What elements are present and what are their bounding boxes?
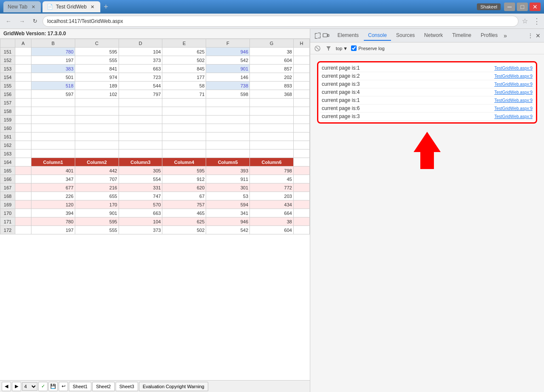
cell-171-col2[interactable]: 595 [75, 217, 119, 226]
cell-152-h[interactable] [293, 56, 309, 65]
cell-167-col1[interactable]: 677 [31, 183, 75, 192]
cell-167-a[interactable] [15, 183, 31, 192]
clear-console-icon[interactable] [314, 45, 321, 52]
cell-170-col2[interactable]: 901 [75, 209, 119, 217]
cell-168-col1[interactable]: 226 [31, 192, 75, 200]
cell-151-a[interactable] [15, 48, 31, 56]
forward-button[interactable]: → [17, 16, 27, 26]
cell-167-col2[interactable]: 216 [75, 183, 119, 192]
cell-170-a[interactable] [15, 209, 31, 217]
cell-167-col4[interactable]: 620 [162, 183, 206, 192]
maximize-button[interactable]: □ [517, 3, 528, 11]
cell-171-a[interactable] [15, 217, 31, 226]
cell-168-col2[interactable]: 655 [75, 192, 119, 200]
cell-167-col3[interactable]: 331 [119, 183, 162, 192]
devtools-settings-icon[interactable]: ⋮ [528, 33, 533, 39]
console-link-7[interactable]: TestGridWeb.aspx:9 [494, 114, 533, 119]
cell-172-col6[interactable]: 604 [250, 226, 294, 234]
cell-169-h[interactable] [293, 200, 309, 209]
preserve-log-checkbox[interactable] [351, 45, 357, 51]
cell-166-col3[interactable]: 554 [119, 175, 162, 183]
cell-151-b[interactable]: 780 [31, 48, 75, 56]
cell-164-col2[interactable]: Column2 [75, 158, 119, 166]
filter-icon[interactable] [325, 45, 332, 52]
cell-166-col6[interactable]: 45 [250, 175, 294, 183]
cell-153-a[interactable] [15, 65, 31, 73]
cell-171-col1[interactable]: 780 [31, 217, 75, 226]
new-tab-button[interactable]: + [104, 3, 108, 11]
cell-170-h[interactable] [293, 209, 309, 217]
bookmark-icon[interactable]: ☆ [522, 17, 528, 25]
cell-155-b[interactable]: 518 [31, 82, 75, 90]
cell-153-d[interactable]: 663 [119, 65, 162, 73]
cell-151-d[interactable]: 104 [119, 48, 162, 56]
cell-154-e[interactable]: 177 [162, 73, 206, 82]
cell-165-col1[interactable]: 401 [31, 166, 75, 175]
cell-151-f[interactable]: 946 [206, 48, 250, 56]
cell-152-e[interactable]: 502 [162, 56, 206, 65]
cell-170-col1[interactable]: 394 [31, 209, 75, 217]
tab-close-gridweb[interactable]: ✕ [89, 3, 96, 10]
cell-156-e[interactable]: 71 [162, 90, 206, 99]
tab-console[interactable]: Console [364, 31, 391, 41]
cell-168-h[interactable] [293, 192, 309, 200]
tab-sources[interactable]: Sources [392, 31, 419, 41]
cell-164-col3[interactable]: Column3 [119, 158, 162, 166]
cell-165-col5[interactable]: 393 [206, 166, 250, 175]
page-select[interactable]: 4 1 2 3 5 [22, 382, 37, 391]
save-icon-button[interactable]: 💾 [48, 382, 58, 391]
prev-page-button[interactable]: ◀ [2, 382, 11, 391]
cell-151-g[interactable]: 38 [250, 48, 294, 56]
console-link-1[interactable]: TestGridWeb.aspx:9 [494, 66, 533, 71]
sheet1-tab[interactable]: Sheet1 [69, 382, 91, 391]
cell-170-col3[interactable]: 663 [119, 209, 162, 217]
url-bar[interactable]: localhost:1417/TestGridWeb.aspx [42, 16, 518, 27]
next-page-button[interactable]: ▶ [12, 382, 21, 391]
cell-155-h[interactable] [293, 82, 309, 90]
cell-153-e[interactable]: 845 [162, 65, 206, 73]
cell-152-f[interactable]: 542 [206, 56, 250, 65]
cell-166-col4[interactable]: 912 [162, 175, 206, 183]
cell-168-col3[interactable]: 747 [119, 192, 162, 200]
cell-154-c[interactable]: 974 [75, 73, 119, 82]
cell-153-f[interactable]: 901 [206, 65, 250, 73]
cell-165-a[interactable] [15, 166, 31, 175]
more-tabs-icon[interactable]: » [504, 32, 507, 39]
cell-151-e[interactable]: 625 [162, 48, 206, 56]
cell-154-b[interactable]: 501 [31, 73, 75, 82]
cell-165-col2[interactable]: 442 [75, 166, 119, 175]
cell-169-col5[interactable]: 594 [206, 200, 250, 209]
cell-168-a[interactable] [15, 192, 31, 200]
cell-164-col4[interactable]: Column4 [162, 158, 206, 166]
cell-155-g[interactable]: 893 [250, 82, 294, 90]
cell-169-col3[interactable]: 570 [119, 200, 162, 209]
cell-153-g[interactable]: 857 [250, 65, 294, 73]
cell-164-col6[interactable]: Column6 [250, 158, 294, 166]
cell-166-col2[interactable]: 707 [75, 175, 119, 183]
cell-167-col6[interactable]: 772 [250, 183, 294, 192]
top-dropdown[interactable]: top ▼ [336, 46, 348, 51]
console-link-2[interactable]: TestGridWeb.aspx:9 [494, 74, 533, 79]
devtools-close-icon[interactable]: ✕ [536, 32, 541, 39]
cell-156-f[interactable]: 598 [206, 90, 250, 99]
cell-171-h[interactable] [293, 217, 309, 226]
cell-169-col6[interactable]: 434 [250, 200, 294, 209]
cell-165-col4[interactable]: 595 [162, 166, 206, 175]
cell-167-h[interactable] [293, 183, 309, 192]
cell-164-a[interactable] [15, 158, 31, 166]
cell-154-g[interactable]: 202 [250, 73, 294, 82]
cell-155-d[interactable]: 544 [119, 82, 162, 90]
cell-156-b[interactable]: 597 [31, 90, 75, 99]
cell-153-b[interactable]: 383 [31, 65, 75, 73]
cell-155-f[interactable]: 738 [206, 82, 250, 90]
menu-icon[interactable]: ⋮ [533, 17, 541, 26]
cell-166-col5[interactable]: 911 [206, 175, 250, 183]
tab-network[interactable]: Network [420, 31, 447, 41]
cell-155-a[interactable] [15, 82, 31, 90]
inspect-element-icon[interactable] [314, 32, 321, 39]
cell-166-col1[interactable]: 347 [31, 175, 75, 183]
console-link-6[interactable]: TestGridWeb.aspx:9 [494, 106, 533, 111]
close-button[interactable]: ✕ [530, 3, 541, 11]
cell-166-a[interactable] [15, 175, 31, 183]
responsive-mode-icon[interactable] [322, 32, 330, 39]
